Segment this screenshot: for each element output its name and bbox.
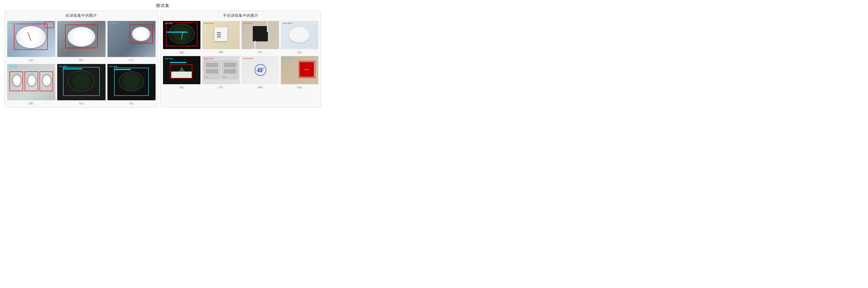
image-a: detecting (7, 21, 55, 57)
caption-m: （m） (256, 85, 265, 89)
label-detecting-c: detecting (108, 22, 118, 25)
image-n: detecting FIRE (281, 56, 318, 84)
list-item: detecting （b） (57, 21, 105, 62)
label-needcheck-l: need check (203, 57, 214, 60)
page-title: 测试集 (0, 0, 326, 11)
label-needcheck-m: need check (243, 57, 254, 60)
caption-k: （k） (178, 85, 186, 89)
section-right-title: 不在训练集中的图片 (163, 13, 318, 18)
label-detecting-f: detecting (108, 65, 118, 68)
list-item: detecting （d） (7, 64, 55, 105)
image-m: need check 4F (242, 56, 279, 84)
caption-g: （g） (178, 50, 186, 54)
list-item: need check （i） (242, 21, 279, 54)
image-b: detecting (57, 21, 105, 57)
caption-a: （a） (27, 58, 35, 62)
label-detecting-g: detecting (164, 22, 174, 25)
list-item: need check ●ICA ●ICA （l） (202, 56, 240, 89)
section-not-in-training: 不在训练集中的图片 detecting （g） need check (160, 11, 321, 108)
list-item: detecting （a） (7, 21, 55, 62)
caption-e: （e） (78, 101, 86, 105)
image-i: need check (242, 21, 279, 49)
label-detecting-d: detecting (8, 65, 18, 68)
list-item: detecting FIRE （n） (281, 56, 318, 89)
image-j: need check (281, 21, 318, 49)
image-g: detecting (163, 21, 200, 49)
list-item: detecting （f） (107, 64, 156, 105)
caption-j: （j） (296, 50, 304, 54)
image-d: detecting (7, 64, 55, 100)
label-detecting-n: detecting (282, 57, 291, 60)
image-e: detecting (57, 64, 105, 100)
list-item: detecting （e） (57, 64, 105, 105)
caption-i: （i） (256, 50, 264, 54)
list-item: need check 4F （m） (242, 56, 279, 89)
image-h: need check (202, 21, 240, 49)
caption-l: （l） (217, 85, 225, 89)
image-c: detecting (107, 21, 156, 57)
label-detecting-k: detecting (164, 57, 174, 60)
caption-n: （n） (296, 85, 304, 89)
label-detecting-b: detecting (58, 22, 68, 25)
left-image-grid: detecting （a） detecting (7, 21, 156, 105)
label-needcheck-i: need check (243, 22, 254, 25)
right-image-grid: detecting （g） need check (163, 21, 318, 89)
label-needcheck-h: need check (203, 22, 214, 25)
list-item: detecting （g） (163, 21, 200, 54)
caption-b: （b） (77, 58, 86, 62)
list-item: need check （j） (281, 21, 318, 54)
image-f: detecting (107, 64, 156, 100)
section-left-title: 在训练集中的图片 (7, 13, 156, 18)
caption-d: （d） (27, 101, 36, 105)
list-item: detecting （k） (163, 56, 200, 89)
label-detecting-a: detecting (8, 22, 18, 25)
list-item: need check （h） (202, 21, 240, 54)
caption-h: （h） (217, 50, 225, 54)
caption-f: （f） (128, 101, 135, 105)
label-needcheck-j: need check (282, 22, 293, 25)
label-detecting-e: detecting (58, 65, 68, 68)
sign-4f: 4F (255, 64, 266, 76)
caption-c: （c） (127, 58, 135, 62)
image-k: detecting (163, 56, 200, 84)
image-l: need check ●ICA ●ICA (202, 56, 240, 84)
list-item: detecting （c） (107, 21, 156, 62)
section-in-training: 在训练集中的图片 detecting （a） (5, 11, 158, 108)
